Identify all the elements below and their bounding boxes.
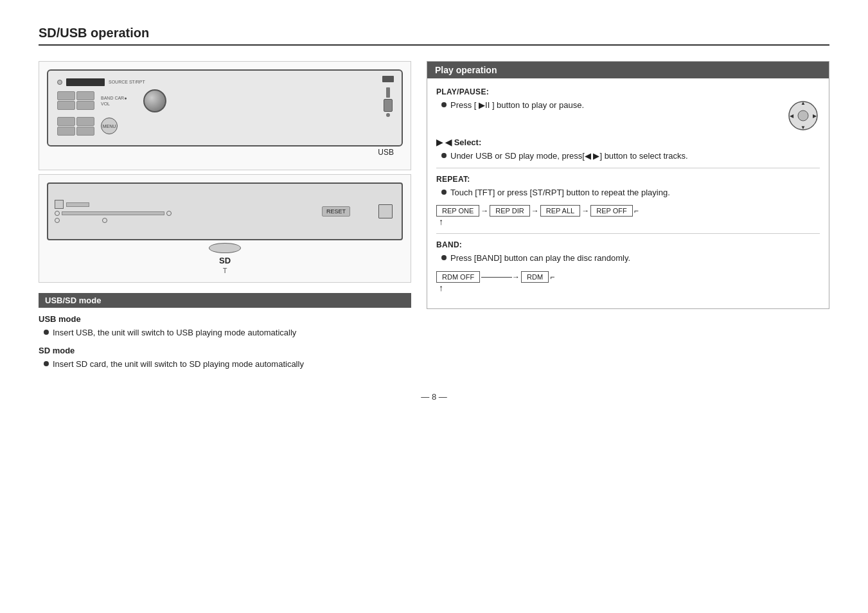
left-column: SOURCE ST/RPT bbox=[39, 61, 411, 373]
rep-all-label: REP ALL bbox=[546, 207, 574, 215]
device-usb-area bbox=[384, 87, 393, 117]
device-back-right bbox=[378, 204, 395, 218]
usb-mode-bullet-item: Insert USB, the unit will switch to USB … bbox=[44, 326, 411, 339]
bullet-dot-usb bbox=[44, 330, 49, 335]
device-front-illustration: SOURCE ST/RPT bbox=[39, 61, 411, 170]
band-text: Press [BAND] button can play the disc ra… bbox=[450, 252, 630, 265]
device-btn-4 bbox=[76, 101, 94, 110]
device-bottom-btn-pair-1 bbox=[57, 117, 94, 126]
device-bot-btn-4 bbox=[76, 127, 94, 136]
device-button-row-1: BAND CAR● VOL bbox=[57, 89, 166, 112]
device-right-ports bbox=[382, 76, 394, 117]
device-btn-1 bbox=[57, 91, 75, 100]
device-back-sq1 bbox=[55, 200, 64, 209]
svg-text:▶: ▶ bbox=[813, 113, 817, 119]
svg-text:▲: ▲ bbox=[801, 100, 806, 106]
band-bullet: Press [BAND] button can play the disc ra… bbox=[441, 252, 820, 265]
device-menu-label: MENU bbox=[103, 124, 116, 129]
divider-1 bbox=[436, 168, 820, 168]
flow-arrow-1: → bbox=[481, 206, 488, 215]
usb-label: USB bbox=[47, 148, 403, 157]
mode-section-header: USB/SD mode bbox=[39, 293, 411, 308]
bullet-dot-sd bbox=[44, 361, 49, 366]
device-top-slot-icon bbox=[382, 76, 394, 82]
svg-text:◀: ◀ bbox=[790, 113, 794, 119]
device-back-panel: RESET bbox=[47, 182, 403, 240]
rdm-flow-row: RDM OFF ————→ RDM ⌐ bbox=[436, 271, 820, 283]
rdm-long-arrow: ————→ bbox=[481, 272, 520, 281]
mode-section: USB/SD mode USB mode Insert USB, the uni… bbox=[39, 293, 411, 370]
device-bottom-btns: MENU bbox=[57, 117, 166, 136]
rep-off-box: REP OFF bbox=[590, 205, 632, 217]
svg-point-1 bbox=[798, 111, 808, 121]
device-usb-dot bbox=[386, 113, 390, 117]
repeat-text: Touch [TFT] or press [ST/RPT] button to … bbox=[450, 186, 670, 199]
play-pause-row: Press [ ▶II ] button to play or pause. ▲… bbox=[436, 99, 820, 132]
select-text: Under USB or SD play mode, press[◀ ▶] bu… bbox=[450, 150, 688, 163]
rep-dir-label: REP DIR bbox=[495, 207, 524, 215]
bullet-dot-select bbox=[441, 153, 447, 158]
device-bottom-area bbox=[47, 243, 403, 253]
device-btn-3 bbox=[57, 101, 75, 110]
play-operation-header: Play operation bbox=[427, 62, 829, 78]
device-btn-pair-2 bbox=[57, 101, 94, 110]
rep-one-box: REP ONE bbox=[436, 205, 479, 217]
device-bottom-oval bbox=[209, 243, 241, 253]
play-pause-text-area: Press [ ▶II ] button to play or pause. bbox=[436, 99, 776, 114]
rdm-flow-back: ↑ bbox=[436, 283, 820, 293]
rdm-off-box: RDM OFF bbox=[436, 271, 480, 283]
device-reset-button: RESET bbox=[322, 206, 350, 217]
rdm-box: RDM bbox=[521, 271, 549, 283]
rdm-off-label: RDM OFF bbox=[442, 273, 474, 281]
usb-mode-title: USB mode bbox=[39, 314, 411, 324]
flow-arrow-2: → bbox=[531, 206, 539, 215]
play-pause-label: PLAY/PAUSE: bbox=[436, 87, 820, 96]
device-bottom-btn-pair-2 bbox=[57, 127, 94, 136]
device-volume-knob bbox=[143, 89, 166, 112]
device-back-illustration: RESET SD T bbox=[39, 174, 411, 283]
page-title: SD/USB operation bbox=[39, 26, 829, 46]
device-back-circle4 bbox=[102, 218, 107, 223]
rep-dir-box: REP DIR bbox=[490, 205, 529, 217]
device-text-labels: SOURCE ST/RPT bbox=[109, 80, 145, 84]
bullet-dot-play bbox=[441, 102, 447, 107]
device-btn-2 bbox=[76, 91, 94, 100]
device-menu-knob: MENU bbox=[101, 118, 118, 134]
device-back-square-icon bbox=[378, 204, 393, 218]
repeat-back-arrow: ↑ bbox=[439, 217, 443, 227]
sd-label: SD bbox=[47, 256, 403, 265]
device-btn-pair-1 bbox=[57, 91, 94, 100]
select-bullet: Under USB or SD play mode, press[◀ ▶] bu… bbox=[441, 150, 820, 163]
rep-off-label: REP OFF bbox=[596, 207, 626, 215]
device-reset-label: RESET bbox=[326, 208, 346, 215]
play-pause-bullet: Press [ ▶II ] button to play or pause. bbox=[441, 99, 776, 112]
right-content: PLAY/PAUSE: Press [ ▶II ] button to play… bbox=[427, 87, 829, 308]
rdm-back-arrow: ↑ bbox=[439, 283, 443, 293]
sd-mode-bullet-item: Insert SD card, the unit will switch to … bbox=[44, 358, 411, 371]
device-display-mini bbox=[66, 78, 105, 86]
usb-mode-text: Insert USB, the unit will switch to USB … bbox=[53, 326, 296, 339]
bullet-dot-band bbox=[441, 255, 447, 260]
main-layout: SOURCE ST/RPT bbox=[39, 61, 829, 373]
sd-mode-title: SD mode bbox=[39, 346, 411, 355]
rdm-flow-diagram: RDM OFF ————→ RDM ⌐ ↑ bbox=[436, 271, 820, 293]
select-arrows: ▶ ◀ bbox=[436, 138, 452, 147]
repeat-label: REPEAT: bbox=[436, 175, 820, 184]
svg-text:▼: ▼ bbox=[801, 125, 806, 130]
device-bot-btn-3 bbox=[57, 127, 75, 136]
flow-arrow-end: ⌐ bbox=[634, 206, 639, 215]
knob-diagram: ▲ ▼ ◀ ▶ bbox=[786, 99, 820, 132]
device-band-label: BAND CAR● bbox=[101, 96, 127, 100]
device-top-row: SOURCE ST/RPT bbox=[57, 78, 393, 136]
right-column: Play operation PLAY/PAUSE: Press [ ▶II ]… bbox=[427, 61, 829, 309]
rdm-label: RDM bbox=[527, 273, 543, 281]
select-title: Select: bbox=[454, 138, 482, 147]
sd-mode-text: Insert SD card, the unit will switch to … bbox=[53, 358, 304, 371]
device-icon-circle bbox=[57, 80, 62, 85]
select-label-row: ▶ ◀ Select: bbox=[436, 138, 820, 147]
device-back-long-slot bbox=[62, 211, 164, 215]
device-back-circle2 bbox=[166, 211, 172, 216]
device-vol-label: VOL bbox=[101, 102, 127, 106]
device-front-panel: SOURCE ST/RPT bbox=[47, 69, 403, 147]
repeat-bullet: Touch [TFT] or press [ST/RPT] button to … bbox=[441, 186, 820, 199]
